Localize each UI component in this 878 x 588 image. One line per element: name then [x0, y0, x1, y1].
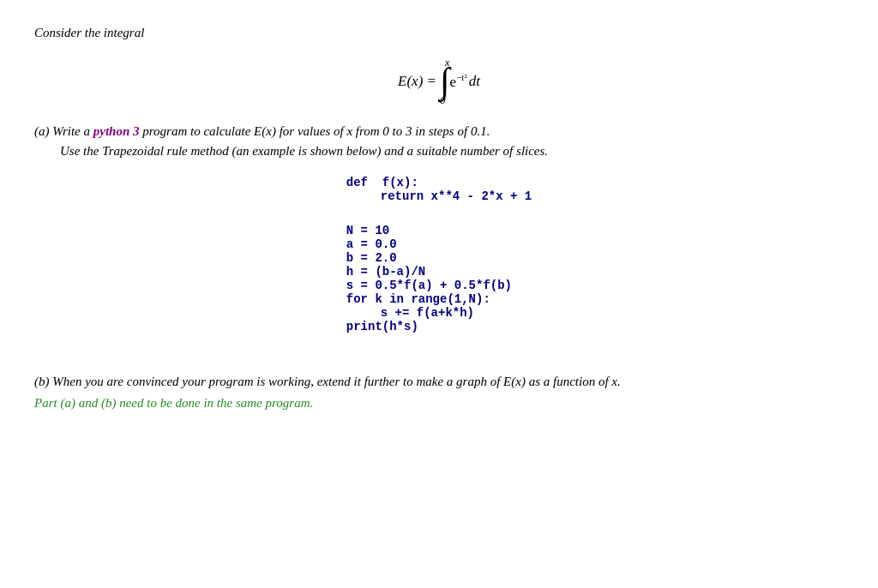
integral-symbol: ∫ — [440, 66, 450, 97]
code-line-9: s += f(a+k*h) — [346, 306, 532, 320]
subtext: Use the Trapezoidal rule method (an exam… — [60, 144, 844, 159]
integrand: e−t² — [450, 72, 467, 91]
code-line-4: a = 0.0 — [346, 237, 532, 251]
integral-group: x ∫ 0 e−t² dt — [440, 56, 480, 107]
code-line-2: return x**4 - 2*x + 1 — [346, 189, 532, 203]
exponent: −t² — [456, 72, 467, 82]
math-lhs: E(x) = — [398, 73, 436, 90]
green-note: Part (a) and (b) need to be done in the … — [34, 396, 844, 411]
dt: dt — [469, 73, 480, 90]
code-block: def f(x): return x**4 - 2*x + 1 N = 10 a… — [346, 176, 532, 333]
math-display: E(x) = x ∫ 0 e−t² dt — [34, 56, 844, 107]
code-wrapper: def f(x): return x**4 - 2*x + 1 N = 10 a… — [34, 176, 844, 354]
code-line-8: for k in range(1,N): — [346, 292, 532, 306]
code-line-7: s = 0.5*f(a) + 0.5*f(b) — [346, 279, 532, 292]
intro-text: Consider the integral — [34, 26, 844, 40]
part-b-text: (b) When you are convinced your program … — [34, 375, 844, 389]
code-line-1: def f(x): — [346, 176, 532, 189]
lower-bound: 0 — [440, 93, 446, 107]
code-line-6: h = (b-a)/N — [346, 265, 532, 279]
code-line-10: print(h*s) — [346, 320, 532, 333]
part-a-label: (a) Write a python 3 program to calculat… — [34, 124, 844, 139]
code-line-5: b = 2.0 — [346, 251, 532, 265]
code-line-3: N = 10 — [346, 224, 532, 237]
